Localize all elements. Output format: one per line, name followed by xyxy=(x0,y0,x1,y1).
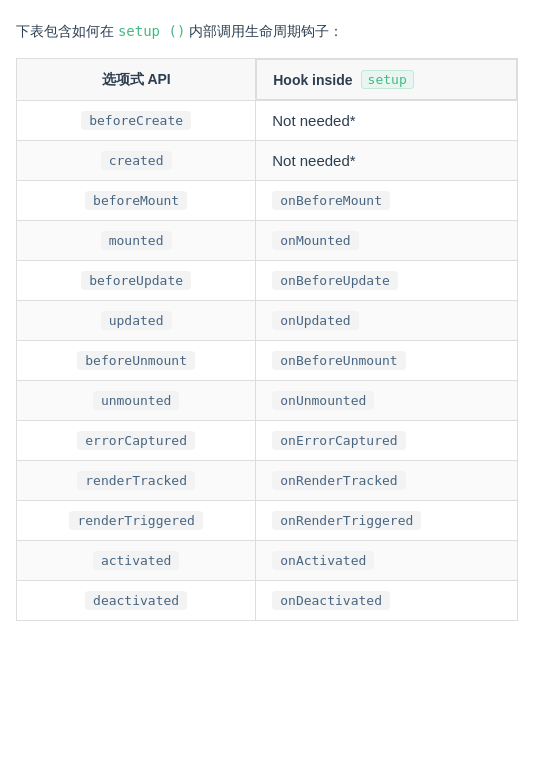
table-row: errorCapturedonErrorCaptured xyxy=(17,421,518,461)
table-row: renderTrackedonRenderTracked xyxy=(17,461,518,501)
table-row: beforeUnmountonBeforeUnmount xyxy=(17,341,518,381)
col2-header: Hook inside setup xyxy=(256,59,517,100)
hook-value: onBeforeUnmount xyxy=(272,351,405,370)
options-api-value: updated xyxy=(101,311,172,330)
table-row: unmountedonUnmounted xyxy=(17,381,518,421)
options-api-cell: updated xyxy=(17,301,256,341)
hook-cell: onMounted xyxy=(256,221,518,261)
hook-value: onErrorCaptured xyxy=(272,431,405,450)
lifecycle-table: 选项式 API Hook inside setup beforeCreateNo… xyxy=(16,58,518,621)
setup-badge: setup xyxy=(361,70,414,89)
col2-header-label: Hook inside xyxy=(273,72,352,88)
hook-cell: onErrorCaptured xyxy=(256,421,518,461)
options-api-cell: unmounted xyxy=(17,381,256,421)
options-api-value: unmounted xyxy=(93,391,179,410)
options-api-cell: beforeMount xyxy=(17,181,256,221)
table-row: beforeCreateNot needed* xyxy=(17,101,518,141)
hook-not-needed: Not needed* xyxy=(256,141,518,181)
table-row: beforeMountonBeforeMount xyxy=(17,181,518,221)
options-api-cell: activated xyxy=(17,541,256,581)
hook-value: onBeforeUpdate xyxy=(272,271,398,290)
hook-cell: onDeactivated xyxy=(256,581,518,621)
intro-prefix: 下表包含如何在 xyxy=(16,23,118,39)
hook-cell: onBeforeUnmount xyxy=(256,341,518,381)
hook-cell: onBeforeMount xyxy=(256,181,518,221)
hook-not-needed: Not needed* xyxy=(256,101,518,141)
hook-cell: onRenderTriggered xyxy=(256,501,518,541)
table-row: beforeUpdateonBeforeUpdate xyxy=(17,261,518,301)
options-api-value: beforeMount xyxy=(85,191,187,210)
intro-suffix: 内部调用生命周期钩子： xyxy=(185,23,343,39)
hook-value: onRenderTracked xyxy=(272,471,405,490)
hook-cell: onRenderTracked xyxy=(256,461,518,501)
hook-value: onUnmounted xyxy=(272,391,374,410)
hook-cell: onUpdated xyxy=(256,301,518,341)
table-row: renderTriggeredonRenderTriggered xyxy=(17,501,518,541)
setup-func: setup () xyxy=(118,23,185,39)
options-api-value: beforeCreate xyxy=(81,111,191,130)
table-row: mountedonMounted xyxy=(17,221,518,261)
options-api-cell: beforeCreate xyxy=(17,101,256,141)
options-api-value: renderTriggered xyxy=(69,511,202,530)
hook-value: onUpdated xyxy=(272,311,358,330)
options-api-cell: deactivated xyxy=(17,581,256,621)
table-row: deactivatedonDeactivated xyxy=(17,581,518,621)
options-api-value: deactivated xyxy=(85,591,187,610)
options-api-cell: mounted xyxy=(17,221,256,261)
options-api-cell: created xyxy=(17,141,256,181)
options-api-value: errorCaptured xyxy=(77,431,195,450)
hook-cell: onActivated xyxy=(256,541,518,581)
table-row: activatedonActivated xyxy=(17,541,518,581)
options-api-cell: beforeUnmount xyxy=(17,341,256,381)
options-api-value: beforeUpdate xyxy=(81,271,191,290)
options-api-value: beforeUnmount xyxy=(77,351,195,370)
table-header-row: 选项式 API Hook inside setup xyxy=(17,59,518,101)
table-row: createdNot needed* xyxy=(17,141,518,181)
options-api-value: mounted xyxy=(101,231,172,250)
hook-value: onMounted xyxy=(272,231,358,250)
hook-value: onRenderTriggered xyxy=(272,511,421,530)
hook-value: onActivated xyxy=(272,551,374,570)
hook-value: onDeactivated xyxy=(272,591,390,610)
col1-header: 选项式 API xyxy=(17,59,256,101)
hook-value: onBeforeMount xyxy=(272,191,390,210)
hook-cell: onBeforeUpdate xyxy=(256,261,518,301)
options-api-cell: renderTriggered xyxy=(17,501,256,541)
options-api-cell: beforeUpdate xyxy=(17,261,256,301)
options-api-value: activated xyxy=(93,551,179,570)
options-api-value: renderTracked xyxy=(77,471,195,490)
hook-cell: onUnmounted xyxy=(256,381,518,421)
options-api-cell: errorCaptured xyxy=(17,421,256,461)
options-api-value: created xyxy=(101,151,172,170)
table-row: updatedonUpdated xyxy=(17,301,518,341)
options-api-cell: renderTracked xyxy=(17,461,256,501)
intro-paragraph: 下表包含如何在 setup () 内部调用生命周期钩子： xyxy=(16,20,518,42)
